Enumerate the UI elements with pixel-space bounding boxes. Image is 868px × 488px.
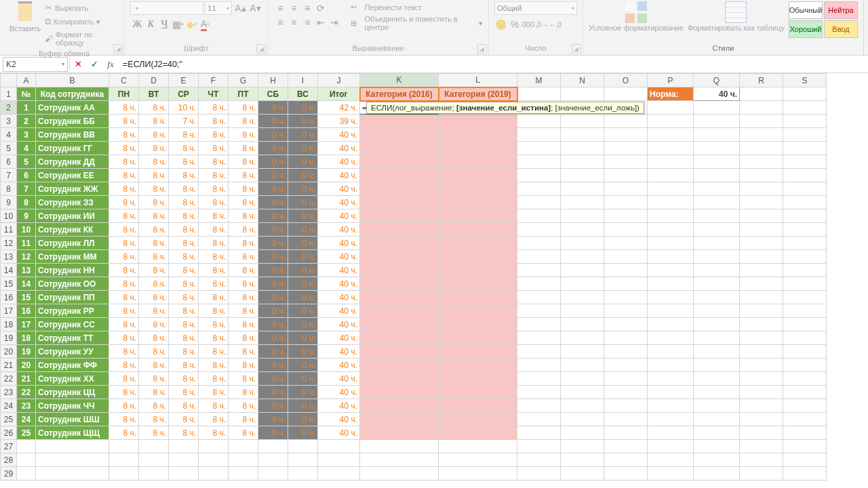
cell-day[interactable]: 8 ч. — [169, 304, 199, 318]
cell[interactable] — [604, 277, 648, 291]
cell-day[interactable]: 8 ч. — [109, 372, 139, 386]
cell-day[interactable]: 8 ч. — [169, 264, 199, 277]
cell[interactable] — [740, 264, 783, 277]
formula-input[interactable]: =ЕСЛИ(J2=40;" — [119, 60, 868, 69]
cell-itog[interactable]: 40 ч. — [318, 264, 360, 277]
cell[interactable] — [740, 277, 783, 291]
cell[interactable] — [517, 196, 561, 209]
cell[interactable] — [694, 331, 740, 345]
cell-itog[interactable]: 42 ч. — [318, 101, 360, 115]
cell[interactable] — [360, 440, 439, 453]
cell-day[interactable]: 8 ч. — [229, 386, 258, 399]
cell-day[interactable]: 8 ч. — [169, 372, 199, 386]
cell-emp[interactable]: Сотрудник ЖЖ — [36, 182, 109, 196]
cell[interactable] — [694, 467, 740, 481]
cell-day[interactable]: 8 ч. — [169, 250, 199, 264]
row-header[interactable]: 27 — [1, 440, 17, 453]
cell[interactable] — [783, 345, 827, 359]
row-header[interactable]: 26 — [1, 426, 17, 440]
cell[interactable] — [694, 169, 740, 182]
cell[interactable] — [561, 277, 604, 291]
cell[interactable] — [517, 304, 561, 318]
cell-emp[interactable]: Сотрудник ШШ — [36, 413, 109, 426]
cell-day[interactable]: 8 ч. — [169, 426, 199, 440]
row-header[interactable]: 5 — [1, 142, 17, 155]
cell-day[interactable]: 0 ч. — [258, 399, 288, 413]
cell[interactable] — [740, 304, 783, 318]
cell-day[interactable]: 0 ч. — [258, 155, 288, 169]
cell[interactable] — [199, 440, 229, 453]
column-header[interactable]: Q — [694, 74, 740, 87]
cell[interactable] — [740, 142, 783, 155]
cell-day[interactable]: 0 ч. — [288, 426, 318, 440]
cell-day[interactable]: 0 ч. — [288, 182, 318, 196]
cell-itog[interactable]: 40 ч. — [318, 426, 360, 440]
cell-cat-2019[interactable] — [439, 155, 517, 169]
cell-day[interactable]: 8 ч. — [229, 304, 258, 318]
cell-day[interactable]: 8 ч. — [229, 291, 258, 304]
cell[interactable] — [783, 277, 827, 291]
cell-cat-2019[interactable] — [439, 237, 517, 250]
cell[interactable] — [694, 115, 740, 128]
cell-day[interactable]: 8 ч. — [139, 399, 169, 413]
cell[interactable] — [648, 386, 694, 399]
copy-button[interactable]: Копировать▾ — [45, 15, 119, 28]
row-header[interactable]: 29 — [1, 467, 17, 481]
cell-day[interactable]: 8 ч. — [139, 413, 169, 426]
cell-cat-2016[interactable] — [360, 345, 439, 359]
cell[interactable] — [740, 399, 783, 413]
cell-day[interactable]: 8 ч. — [169, 196, 199, 209]
cell[interactable] — [604, 467, 648, 481]
cell-day[interactable]: 0 ч. — [288, 155, 318, 169]
cell-day[interactable]: 8 ч. — [109, 359, 139, 372]
column-header[interactable]: D — [139, 74, 169, 87]
cell-day[interactable]: 0 ч. — [258, 223, 288, 237]
cell[interactable] — [561, 209, 604, 223]
cell[interactable] — [740, 440, 783, 453]
cell-itog[interactable]: 40 ч. — [318, 250, 360, 264]
cell[interactable] — [561, 250, 604, 264]
cell-day[interactable]: 8 ч. — [199, 304, 229, 318]
cell-style-neutral[interactable]: Нейтра — [824, 1, 858, 19]
cell-num[interactable]: 12 — [17, 250, 36, 264]
column-header[interactable]: L — [439, 74, 517, 87]
cell-day[interactable]: 8 ч. — [109, 345, 139, 359]
column-header[interactable]: M — [517, 74, 561, 87]
cell-cat-2019[interactable] — [439, 264, 517, 277]
cell-day[interactable]: 8 ч. — [109, 250, 139, 264]
cell-day[interactable]: 8 ч. — [139, 128, 169, 142]
cell-day[interactable]: 0 ч. — [288, 223, 318, 237]
cell-day[interactable]: 8 ч. — [109, 128, 139, 142]
cell-day[interactable]: 8 ч. — [109, 209, 139, 223]
cell-day[interactable]: 8 ч. — [109, 413, 139, 426]
cell-day[interactable]: 0 ч. — [258, 209, 288, 223]
cell[interactable] — [109, 440, 139, 453]
cell[interactable] — [517, 128, 561, 142]
cell-day[interactable]: 8 ч. — [199, 115, 229, 128]
cell[interactable] — [740, 345, 783, 359]
cell[interactable] — [648, 304, 694, 318]
cell[interactable] — [783, 399, 827, 413]
cell[interactable] — [36, 453, 109, 467]
cell-day[interactable]: 8 ч. — [229, 426, 258, 440]
column-header[interactable]: P — [648, 74, 694, 87]
cell[interactable] — [258, 467, 288, 481]
cell[interactable] — [648, 453, 694, 467]
wrap-text-button[interactable]: ↩ Перенести текст — [351, 1, 483, 13]
cell-day[interactable]: 8 ч. — [109, 386, 139, 399]
cell-itog[interactable]: 40 ч. — [318, 318, 360, 331]
cell-day[interactable]: 8 ч. — [139, 142, 169, 155]
cell-cat-2019[interactable] — [439, 128, 517, 142]
cell[interactable] — [561, 155, 604, 169]
row-header[interactable]: 19 — [1, 331, 17, 345]
cell-day[interactable]: 8 ч. — [109, 101, 139, 115]
select-all-corner[interactable] — [1, 74, 17, 87]
cell[interactable] — [517, 264, 561, 277]
cell-day[interactable]: 0 ч. — [288, 196, 318, 209]
cell-day[interactable]: 8 ч. — [139, 426, 169, 440]
align-top-icon[interactable]: ≡ — [273, 1, 287, 15]
cell[interactable] — [694, 372, 740, 386]
cell[interactable] — [604, 169, 648, 182]
cell[interactable] — [648, 399, 694, 413]
cell[interactable] — [648, 115, 694, 128]
